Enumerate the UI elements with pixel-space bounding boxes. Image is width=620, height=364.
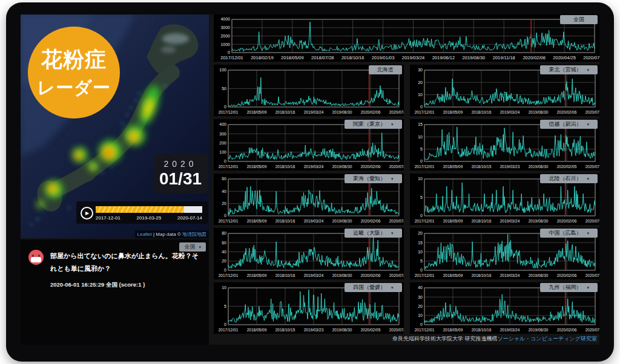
chart-region-selector-shikoku[interactable]: 四国（愛媛）▾ <box>345 283 402 292</box>
tweet-text: 部屋から出てないのに鼻水が止まらん。花粉？それとも単に風邪か？ <box>50 250 202 276</box>
svg-text:5: 5 <box>420 259 423 263</box>
svg-text:2020/04/25: 2020/04/25 <box>553 55 576 60</box>
svg-text:2019/08/30: 2019/08/30 <box>332 219 352 223</box>
svg-text:20: 20 <box>222 201 226 206</box>
svg-text:2019/08/30: 2019/08/30 <box>463 55 486 60</box>
svg-text:2019/08/30: 2019/08/30 <box>332 110 352 114</box>
svg-text:2019/03/24: 2019/03/24 <box>402 55 425 60</box>
chart-hokuriku: 05102017/12/012018/05/092018/10/162019/0… <box>410 174 600 225</box>
svg-text:0: 0 <box>420 322 423 327</box>
chart-region-selector-shinetsu[interactable]: 信越（新潟）▾ <box>540 120 598 129</box>
chevron-down-icon: ▾ <box>391 231 394 235</box>
footer-lab-link[interactable]: ソーシャル・コンピューティング研究室 <box>497 335 597 343</box>
svg-text:2017/12/01: 2017/12/01 <box>414 273 434 278</box>
chart-region-selector-kinki[interactable]: 近畿（大阪）▾ <box>345 229 402 238</box>
chart-tohoku: 01020302017/12/012018/05/092018/10/16201… <box>410 65 600 116</box>
svg-text:200: 200 <box>219 141 226 145</box>
chart-region-selector-tohoku[interactable]: 東北（宮城）▾ <box>540 65 598 74</box>
chart-title-label: 近畿（大阪） <box>353 230 386 236</box>
svg-text:2017/12/01: 2017/12/01 <box>414 110 434 114</box>
svg-text:2019/08/30: 2019/08/30 <box>528 219 548 223</box>
svg-text:2000: 2000 <box>220 34 230 38</box>
chart-region-selector-kanto[interactable]: 関東（東京）▾ <box>345 120 402 129</box>
chart-shikoku: 05102017/12/012018/05/092018/10/152019/0… <box>214 282 404 334</box>
gsi-map-link[interactable]: 地理院地図 <box>182 232 206 237</box>
svg-text:2020/07/14: 2020/07/14 <box>389 273 404 278</box>
svg-text:2018/05/09: 2018/05/09 <box>443 273 463 278</box>
current-date-display: 2020 01/31 <box>153 154 208 193</box>
chart-kinki: 0204060802017/12/012018/05/092018/10/162… <box>214 228 404 279</box>
chart-zenkoku: 010002000300040002017/12/012018/02/19201… <box>214 15 599 62</box>
svg-text:2019/03/24: 2019/03/24 <box>500 219 519 223</box>
timeline-start-date: 2017-12-01 <box>96 215 120 221</box>
svg-text:2019/08/30: 2019/08/30 <box>528 328 548 332</box>
svg-text:2020/02/06: 2020/02/06 <box>361 219 381 223</box>
play-button[interactable]: ▶ <box>81 207 93 219</box>
svg-text:5: 5 <box>224 304 226 308</box>
timeline-control: ▶ 2017-12-01 2019-03-25 2020-07-14 <box>76 201 208 224</box>
chart-region-selector-kyushu[interactable]: 九州（福岡）▾ <box>540 283 598 292</box>
svg-text:2019/11/18: 2019/11/18 <box>493 55 515 60</box>
svg-text:10: 10 <box>222 285 226 290</box>
svg-text:5: 5 <box>420 195 423 200</box>
tweet-region-selector[interactable]: 全国▾ <box>179 242 206 252</box>
svg-text:10: 10 <box>418 313 423 317</box>
svg-text:2018/05/09: 2018/05/09 <box>443 164 463 169</box>
svg-text:2020/02/05: 2020/02/05 <box>361 328 381 332</box>
chart-tokai: 02040602017/12/012018/05/092018/10/16201… <box>214 174 404 225</box>
chart-region-selector-tokai[interactable]: 東海（愛知）▾ <box>345 174 402 183</box>
svg-text:20: 20 <box>418 80 423 85</box>
svg-text:2018/05/09: 2018/05/09 <box>247 219 267 223</box>
timeline-slider[interactable] <box>96 206 202 213</box>
timeline-end-date: 2020-07-14 <box>177 215 202 221</box>
svg-text:0: 0 <box>224 159 226 163</box>
svg-text:15: 15 <box>418 122 423 126</box>
chart-region-selector-hokkaido[interactable]: 北海道 <box>369 65 402 74</box>
chart-region-selector-hokuriku[interactable]: 北陸（石川）▾ <box>540 174 598 183</box>
svg-text:2018/10/16: 2018/10/16 <box>471 328 491 332</box>
leaflet-link[interactable]: Leaflet <box>137 232 152 237</box>
chart-title-label: 関東（東京） <box>353 121 386 127</box>
chart-title-label: 信越（新潟） <box>549 121 581 127</box>
chart-region-selector-zenkoku[interactable]: 全国 <box>560 15 598 24</box>
chart-title-label: 九州（福岡） <box>549 284 581 290</box>
svg-text:2020/02/05: 2020/02/05 <box>556 164 576 169</box>
svg-text:2018/05/09: 2018/05/09 <box>443 110 463 114</box>
svg-text:60: 60 <box>222 177 226 181</box>
svg-text:2019/08/30: 2019/08/30 <box>528 110 548 114</box>
map-attribution: Leaflet | Map data © 地理院地図 <box>135 230 209 238</box>
svg-text:0: 0 <box>228 50 230 54</box>
svg-text:1000: 1000 <box>220 42 230 47</box>
svg-text:0: 0 <box>224 105 226 109</box>
svg-text:2019/08/30: 2019/08/30 <box>528 164 548 169</box>
svg-text:40: 40 <box>418 285 423 290</box>
app-logo: 花粉症 レーダー <box>28 27 120 119</box>
svg-text:2018/05/09: 2018/05/09 <box>443 328 463 332</box>
current-month-day: 01/31 <box>153 169 208 189</box>
regional-charts-grid: 0501002017/12/012018/05/092018/10/162019… <box>214 65 599 334</box>
svg-text:100: 100 <box>219 68 226 72</box>
svg-text:2020/07/14: 2020/07/14 <box>585 110 599 114</box>
svg-text:2020/07/13: 2020/07/13 <box>585 164 599 169</box>
svg-text:2017/12/01: 2017/12/01 <box>220 55 243 60</box>
svg-text:5: 5 <box>420 147 423 151</box>
svg-text:2020/07/14: 2020/07/14 <box>389 110 404 114</box>
svg-text:2018/07/28: 2018/07/28 <box>311 55 334 60</box>
pollen-heatmap-map[interactable]: 花粉症 レーダー 2020 01/31 ▶ 2017-12-01 2019-03… <box>21 15 209 238</box>
svg-text:2019/08/30: 2019/08/30 <box>528 273 548 278</box>
app-window: 花粉症 レーダー 2020 01/31 ▶ 2017-12-01 2019-03… <box>6 2 614 362</box>
svg-text:2020/02/06: 2020/02/06 <box>361 110 381 114</box>
svg-text:400: 400 <box>219 122 226 126</box>
svg-text:40: 40 <box>222 189 226 193</box>
chevron-down-icon: ▾ <box>587 122 589 126</box>
chart-region-selector-chugoku[interactable]: 中国（広島）▾ <box>540 229 598 238</box>
svg-text:2017/12/01: 2017/12/01 <box>219 219 239 223</box>
svg-text:2019/08/30: 2019/08/30 <box>332 164 352 169</box>
dashboard: 花粉症 レーダー 2020 01/31 ▶ 2017-12-01 2019-03… <box>21 15 599 345</box>
chevron-down-icon: ▾ <box>391 177 394 181</box>
svg-text:2018/05/09: 2018/05/09 <box>247 164 267 169</box>
svg-text:2018/10/16: 2018/10/16 <box>471 273 491 278</box>
svg-text:2017/12/01: 2017/12/01 <box>219 273 239 278</box>
app-logo-title: 花粉症 <box>41 45 107 74</box>
svg-text:30: 30 <box>418 295 423 299</box>
